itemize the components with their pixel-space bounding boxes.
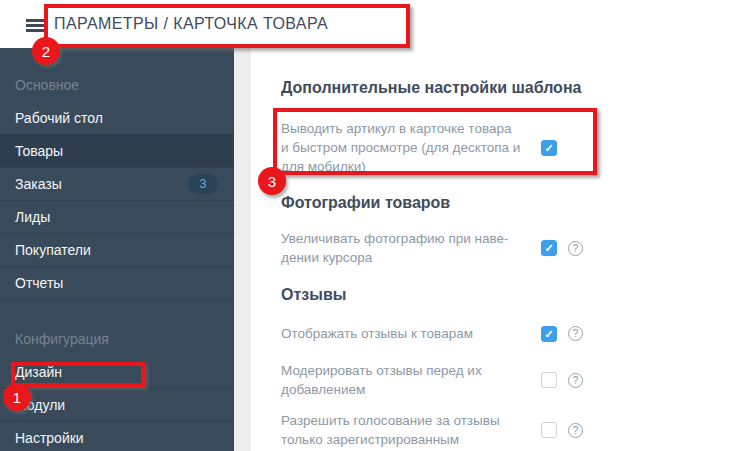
setting-row-show-reviews: Отображать отзывы к товарам ?: [281, 324, 616, 343]
annotation-box-design-item: [11, 362, 145, 387]
sidebar-item-label: Заказы: [15, 176, 62, 192]
help-icon[interactable]: ?: [568, 423, 583, 438]
setting-label: Модерировать отзывы перед их добавлением: [281, 361, 541, 399]
sidebar-item-leads[interactable]: Лиды: [0, 201, 234, 234]
annotation-box-page-title: [44, 4, 410, 48]
annotation-step-2: 2: [32, 37, 60, 65]
help-icon[interactable]: ?: [568, 241, 583, 256]
sidebar-item-products[interactable]: Товары: [0, 135, 234, 168]
setting-row-moderate-reviews: Модерировать отзывы перед их добавлением…: [281, 361, 616, 399]
help-icon[interactable]: ?: [568, 326, 583, 341]
orders-count-badge: 3: [188, 174, 218, 194]
checkbox-review-voting[interactable]: [541, 422, 557, 438]
sidebar-item-modules[interactable]: Модули: [0, 389, 234, 422]
admin-window: ПАРАМЕТРЫ / КАРТОЧКА ТОВАРА Основное Раб…: [0, 0, 740, 451]
sidebar: Основное Рабочий стол Товары Заказы 3 Ли…: [0, 48, 234, 451]
sidebar-item-label: Покупатели: [15, 242, 91, 258]
checkbox-photo-zoom[interactable]: [541, 240, 557, 256]
sidebar-item-customers[interactable]: Покупатели: [0, 234, 234, 267]
sidebar-item-label: Отчеты: [15, 275, 63, 291]
sidebar-section-config: Конфигурация: [0, 320, 234, 356]
sidebar-item-reports[interactable]: Отчеты: [0, 267, 234, 300]
setting-label: Отображать отзывы к товарам: [281, 324, 541, 343]
section-heading-template-settings: Дополнительные настройки шаблона: [281, 78, 740, 98]
hamburger-menu-icon[interactable]: [26, 19, 45, 32]
annotation-box-article-setting: [273, 108, 597, 175]
sidebar-item-settings[interactable]: Настройки: [0, 422, 234, 451]
sidebar-item-label: Рабочий стол: [15, 110, 103, 126]
help-icon[interactable]: ?: [568, 373, 583, 388]
section-heading-reviews: Отзывы: [281, 285, 740, 305]
sidebar-item-label: Лиды: [15, 209, 50, 225]
sidebar-item-label: Товары: [15, 143, 63, 159]
section-heading-product-photos: Фотографии товаров: [281, 193, 740, 213]
setting-row-review-voting: Разрешить голосование за отзывы только з…: [281, 411, 616, 449]
checkbox-moderate-reviews[interactable]: [541, 372, 557, 388]
setting-row-photo-zoom: Увеличивать фотографию при наве- дении к…: [281, 229, 616, 267]
setting-label: Разрешить голосование за отзывы только з…: [281, 411, 541, 449]
sidebar-item-orders[interactable]: Заказы 3: [0, 168, 234, 201]
annotation-step-3: 3: [258, 167, 286, 195]
annotation-step-1: 1: [3, 383, 31, 411]
sidebar-spacer: [0, 300, 234, 320]
sidebar-item-label: Настройки: [15, 430, 84, 446]
checkbox-show-reviews[interactable]: [541, 326, 557, 342]
content-scrollbar[interactable]: [234, 48, 251, 451]
setting-label: Увеличивать фотографию при наве- дении к…: [281, 229, 541, 267]
sidebar-item-dashboard[interactable]: Рабочий стол: [0, 102, 234, 135]
